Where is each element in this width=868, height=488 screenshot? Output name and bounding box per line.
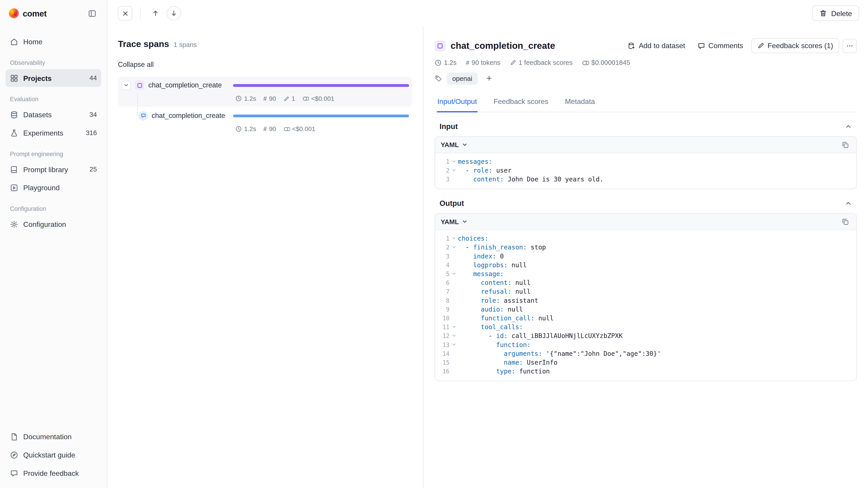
sidebar-item-playground[interactable]: Playground xyxy=(5,179,101,196)
input-format-select[interactable]: YAML xyxy=(440,141,468,149)
llm-span-icon xyxy=(434,40,445,51)
add-to-dataset-button[interactable]: Add to dataset xyxy=(623,39,689,53)
chevron-up-icon[interactable] xyxy=(845,123,852,130)
tokens-stat: # 90 tokens xyxy=(466,59,500,66)
sidebar-item-documentation[interactable]: Documentation xyxy=(5,428,101,445)
span-duration-bar[interactable] xyxy=(233,84,409,87)
sidebar-item-experiments[interactable]: Experiments 316 xyxy=(5,124,101,142)
sidebar-item-label: Documentation xyxy=(23,432,72,441)
copy-output-button[interactable] xyxy=(840,216,851,227)
trace-spans-panel: Trace spans 1 spans Collapse all chat_co… xyxy=(107,27,423,488)
comet-logo-icon xyxy=(9,8,19,18)
code-text: content: null xyxy=(458,279,530,287)
input-section-header[interactable]: Input xyxy=(434,112,857,136)
code-line: 15 name: UserInfo xyxy=(435,358,857,367)
comments-button[interactable]: Comments xyxy=(693,39,747,53)
line-number: 7 xyxy=(435,288,450,295)
span-name[interactable]: chat_completion_create xyxy=(152,112,225,120)
code-text: name: UserInfo xyxy=(458,359,557,366)
code-line: 11 tool_calls: xyxy=(435,323,857,331)
code-text: function_call: null xyxy=(458,314,554,322)
feedback-scores-stat: 1 feedback scores xyxy=(510,59,572,66)
playground-icon xyxy=(10,184,18,192)
code-line: 2 - finish_reason: stop xyxy=(435,243,857,252)
document-icon xyxy=(10,432,18,441)
trace-spans-count: 1 spans xyxy=(174,41,197,48)
close-trace-button[interactable] xyxy=(118,6,132,21)
tab-metadata[interactable]: Metadata xyxy=(564,92,596,112)
home-icon xyxy=(10,37,18,46)
sidebar-item-label: Prompt library xyxy=(23,165,68,173)
collapse-sidebar-icon[interactable] xyxy=(86,7,98,20)
code-text: index: 0 xyxy=(458,252,504,260)
code-text: tool_calls: xyxy=(458,323,523,331)
tag-openai[interactable]: openai xyxy=(447,72,477,85)
line-number: 1 xyxy=(435,235,450,242)
sidebar-item-configuration[interactable]: Configuration xyxy=(5,215,101,233)
gear-icon xyxy=(10,220,18,228)
span-row-child[interactable]: chat_completion_create 1.2s # 90 xyxy=(118,107,412,137)
span-tree: chat_completion_create 1.2s # 90 xyxy=(118,76,412,137)
code-text: function: xyxy=(458,341,530,349)
comet-logo[interactable]: comet xyxy=(9,8,46,18)
code-text: - role: user xyxy=(458,166,511,174)
chevron-up-icon[interactable] xyxy=(845,200,852,207)
previous-trace-button[interactable] xyxy=(148,6,163,21)
tab-input-output[interactable]: Input/Output xyxy=(437,92,477,112)
more-actions-button[interactable] xyxy=(842,38,857,53)
sidebar-item-datasets[interactable]: Datasets 34 xyxy=(5,106,101,123)
hash-icon: # xyxy=(264,126,267,132)
code-text: content: John Doe is 30 years old. xyxy=(458,175,603,183)
section-label-observability: Observability xyxy=(10,59,97,66)
line-number: 5 xyxy=(435,271,450,277)
line-number: 1 xyxy=(435,158,450,165)
copy-input-button[interactable] xyxy=(840,139,851,150)
feedback-scores-button[interactable]: Feedback scores (1) xyxy=(751,38,839,53)
line-number: 11 xyxy=(435,324,450,330)
output-section-header[interactable]: Output xyxy=(434,189,857,213)
fold-chevron-icon[interactable] xyxy=(450,344,458,346)
add-tag-button[interactable] xyxy=(482,72,495,85)
code-text: arguments: '{"name":"John Doe","age":30}… xyxy=(458,350,661,357)
output-format-select[interactable]: YAML xyxy=(440,218,468,225)
span-feedback-stat: 1 xyxy=(283,95,295,102)
fold-chevron-icon[interactable] xyxy=(450,326,458,328)
fold-chevron-icon[interactable] xyxy=(450,160,458,163)
sidebar-item-provide-feedback[interactable]: Provide feedback xyxy=(5,464,101,482)
code-text: messages: xyxy=(458,158,492,165)
sidebar-item-label: Configuration xyxy=(23,220,66,228)
expand-chevron-icon[interactable] xyxy=(121,80,131,90)
experiments-count: 316 xyxy=(86,129,97,137)
tab-feedback-scores[interactable]: Feedback scores xyxy=(493,92,549,112)
code-line: 13 function: xyxy=(435,340,857,349)
fold-chevron-icon[interactable] xyxy=(450,335,458,337)
line-number: 10 xyxy=(435,315,450,321)
sidebar: comet Home Observability Projects 44 Eva… xyxy=(0,0,107,488)
code-line: 2 - role: user xyxy=(435,166,857,175)
sidebar-item-projects[interactable]: Projects 44 xyxy=(5,69,101,87)
line-number: 6 xyxy=(435,280,450,286)
pencil-icon xyxy=(510,59,516,66)
chevron-down-icon xyxy=(462,142,468,148)
sidebar-nav: Home Observability Projects 44 Evaluatio… xyxy=(5,32,101,233)
sidebar-item-home[interactable]: Home xyxy=(5,33,101,50)
span-name[interactable]: chat_completion_create xyxy=(148,81,222,89)
fold-chevron-icon[interactable] xyxy=(450,169,458,171)
fold-chevron-icon[interactable] xyxy=(450,273,458,275)
input-code-card: YAML 1messages:2 - role: user3 content: … xyxy=(434,136,857,189)
fold-chevron-icon[interactable] xyxy=(450,237,458,240)
tree-indent xyxy=(121,116,134,116)
span-row-root[interactable]: chat_completion_create 1.2s # 90 xyxy=(118,76,412,107)
fold-chevron-icon[interactable] xyxy=(450,246,458,249)
sidebar-item-label: Datasets xyxy=(23,110,52,119)
sidebar-item-quickstart-guide[interactable]: Quickstart guide xyxy=(5,446,101,464)
span-tokens-stat: # 90 xyxy=(264,126,276,132)
projects-count: 44 xyxy=(90,74,97,82)
sidebar-item-prompt-library[interactable]: Prompt library 25 xyxy=(5,160,101,178)
span-duration-bar[interactable] xyxy=(233,114,409,117)
delete-button[interactable]: Delete xyxy=(812,5,859,21)
hash-icon: # xyxy=(466,59,469,66)
next-trace-button[interactable] xyxy=(166,6,181,21)
prompt-library-count: 25 xyxy=(90,165,97,173)
collapse-all-button[interactable]: Collapse all xyxy=(118,61,154,68)
